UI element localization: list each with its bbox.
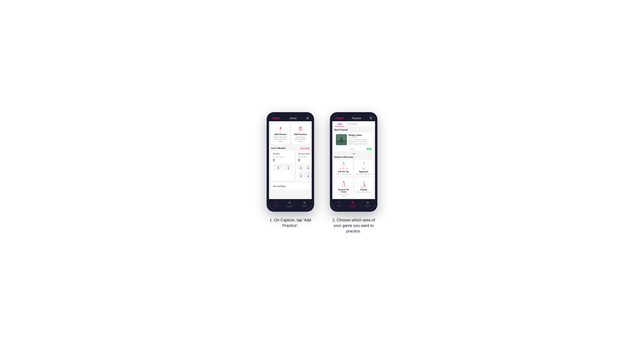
nav-capture[interactable]: ⊕ Capture: [302, 201, 307, 207]
phone2-section: clippd Practice ☰ Drills Favourites: [330, 112, 378, 234]
page-container: clippd Home ☰: [266, 112, 378, 234]
phone2-title: Practice: [352, 117, 361, 120]
app-value: 4: [306, 167, 310, 170]
arg-cell: ARG 0: [298, 172, 304, 179]
tournament-value: 0: [274, 167, 282, 170]
putting-icon-area: [359, 180, 368, 188]
hamburger-icon[interactable]: ☰: [306, 117, 309, 120]
svg-point-26: [344, 185, 345, 186]
svg-point-1: [280, 131, 281, 131]
tab-favourites[interactable]: Favourites: [344, 121, 360, 126]
action-cards: Add Round Record your shots fast or enha…: [271, 123, 310, 145]
flag-icon: [277, 126, 284, 132]
rounds-capture-label: Rounds Capture: [273, 156, 292, 158]
drill-footer: ⏱ 9 shots APP: [334, 147, 373, 151]
svg-point-23: [362, 168, 362, 169]
approach-desc: Dial-in to hit the green: [356, 173, 371, 175]
phone2-header: clippd Practice ☰: [332, 115, 375, 121]
phone2-hamburger-icon[interactable]: ☰: [370, 117, 372, 120]
stats-row: Rounds Rounds Capture 0 Tournament 0 Pra…: [271, 151, 310, 181]
phone2-bottom-nav: ⌂ Home Activities ⊕: [332, 199, 375, 209]
svg-point-20: [363, 168, 364, 170]
drills-capture-value: 8: [298, 158, 312, 162]
capture-icon: ⊕: [303, 201, 306, 204]
practice-cell: Practice 0: [284, 164, 292, 171]
drill-card-inner: Wedge Ladder ☆ 50–100 yds Play 1 shot at…: [334, 133, 373, 147]
putting-name: Putting: [360, 188, 367, 191]
add-practice-card[interactable]: Add Practice Capture your practice off-t…: [291, 123, 310, 145]
phone2-activities-icon: [351, 201, 355, 205]
svg-point-17: [342, 168, 343, 169]
svg-point-33: [352, 201, 354, 203]
atg-desc: Hone your short game: [336, 193, 352, 197]
phone1-caption: 1. On Capture, tap 'Add Practice'.: [266, 217, 314, 228]
skill-card-atg[interactable]: Around The Green Hone your short game: [334, 178, 353, 198]
add-round-desc: Record your shots fast or enhanced mode: [272, 136, 288, 143]
add-practice-title: Add Practice: [294, 133, 307, 136]
phone2-capture-label: Capture: [365, 205, 370, 207]
last-months-header: Last 3 Months View Activity: [271, 147, 310, 149]
phone1-bottom-nav: ⌂ Home Activities ⊕: [269, 199, 312, 209]
phone2-nav-home[interactable]: ⌂ Home: [337, 201, 341, 207]
tab-drills[interactable]: Drills: [335, 121, 344, 126]
drill-title: Wedge Ladder: [348, 134, 362, 136]
tournament-label: Tournament: [274, 165, 282, 167]
add-practice-desc: Capture your practice off-the-course: [293, 136, 308, 143]
bag-label: My Golf Bag: [273, 185, 286, 187]
practice-scroll: Most Popular: [332, 127, 375, 199]
ott-label: OTT: [300, 165, 302, 167]
putt-label: PUTT: [306, 173, 310, 174]
skill-card-approach[interactable]: Approach Dial-in to hit the green: [354, 160, 373, 176]
rounds-card: Rounds Rounds Capture 0 Tournament 0 Pra…: [271, 151, 294, 181]
app-cell: APP 4: [305, 164, 312, 171]
approach-name: Approach: [359, 171, 368, 173]
phone2-frame: clippd Practice ☰ Drills Favourites: [330, 112, 378, 212]
add-round-card[interactable]: Add Round Record your shots fast or enha…: [271, 123, 290, 145]
home-nav-label: Home: [273, 205, 278, 206]
phone1-content: Add Round Record your shots fast or enha…: [269, 121, 312, 199]
nav-activities[interactable]: Activities: [286, 201, 293, 207]
most-popular-label: Most Popular: [334, 129, 373, 131]
carousel-dots: [334, 153, 373, 154]
phone2-caption: 2. Choose which area of your game you wa…: [330, 217, 378, 234]
atg-name: Around The Green: [336, 188, 352, 193]
phone1-section: clippd Home ☰: [266, 112, 314, 228]
nav-home[interactable]: ⌂ Home: [273, 201, 278, 207]
svg-point-27: [342, 185, 343, 186]
featured-drill-card[interactable]: Wedge Ladder ☆ 50–100 yds Play 1 shot at…: [334, 133, 373, 151]
ott-icon-area: [339, 162, 348, 170]
svg-point-6: [289, 201, 290, 203]
skill-card-putting[interactable]: Putting Make and lag practice: [354, 178, 373, 198]
drill-thumbnail: [336, 134, 347, 145]
ott-value: 0: [300, 167, 302, 170]
ott-name: Off The Tee: [338, 171, 349, 173]
putt-value: 4: [306, 174, 310, 178]
svg-point-3: [300, 127, 301, 128]
app-badge: APP: [367, 148, 372, 150]
activities-icon: [288, 201, 291, 205]
phone1-frame: clippd Home ☰: [266, 112, 314, 212]
ott-desc: Power and accuracy: [336, 173, 351, 175]
practice-value: 0: [286, 167, 291, 170]
svg-point-18: [346, 168, 347, 169]
ott-cell: OTT 0: [298, 164, 304, 171]
drills-capture-label: Drills Capture: [298, 156, 312, 158]
activities-nav-label: Activities: [286, 206, 293, 207]
phone2-nav-capture[interactable]: ⊕ Capture: [365, 201, 370, 207]
star-icon: ☆: [370, 134, 372, 136]
view-activity-link[interactable]: View Activity: [300, 147, 310, 149]
phone1-logo: clippd: [272, 117, 280, 120]
phone2-nav-activities[interactable]: Activities: [350, 201, 356, 207]
drill-info: Wedge Ladder ☆ 50–100 yds Play 1 shot at…: [348, 134, 372, 145]
phone2-capture-icon: ⊕: [366, 201, 369, 204]
skill-card-ott[interactable]: Off The Tee Power and accuracy: [334, 160, 353, 176]
practice-drills-card: Practice Drills Drills Capture 8 OTT 0 A…: [296, 151, 312, 181]
atg-icon-area: [339, 180, 348, 188]
phone1-header: clippd Home ☰: [269, 115, 312, 121]
skill-grid: Off The Tee Power and accuracy: [334, 160, 373, 198]
practice-icon: [297, 126, 304, 132]
chevron-right-icon: ›: [306, 185, 307, 188]
my-golf-bag-row[interactable]: My Golf Bag ›: [271, 182, 310, 190]
arg-label: ARG: [300, 173, 302, 174]
rounds-capture-value: 0: [273, 158, 292, 162]
